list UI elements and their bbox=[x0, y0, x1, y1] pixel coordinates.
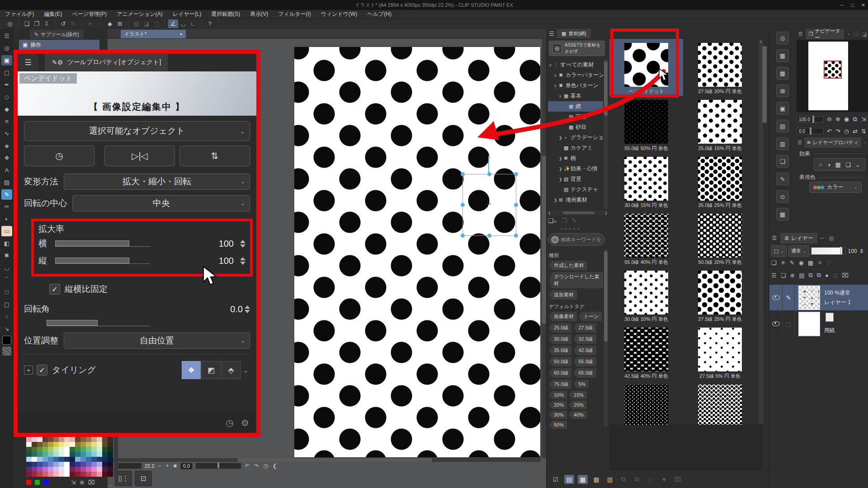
material-thumbnail[interactable] bbox=[698, 271, 742, 314]
folder-all-materials-icon[interactable]: ▦ bbox=[776, 49, 789, 62]
subtool-item-operate[interactable]: ▣ 操作 bbox=[19, 40, 99, 50]
blend-tool-icon[interactable]: ◧ bbox=[1, 238, 12, 249]
grid-view-icon[interactable]: ▦ bbox=[578, 475, 588, 484]
rotation-angle-field[interactable]: 0.0 bbox=[180, 463, 193, 469]
rotation-angle-value[interactable]: 0.0 bbox=[230, 304, 243, 314]
color-swatch[interactable] bbox=[37, 442, 42, 447]
color-swatch[interactable] bbox=[97, 457, 102, 462]
color-swatch[interactable] bbox=[59, 457, 64, 462]
color-swatch[interactable] bbox=[91, 472, 97, 477]
animation-tab-icon[interactable]: ▦ bbox=[827, 235, 835, 241]
menu-3[interactable]: アニメーション(A) bbox=[112, 10, 168, 18]
color-swatch[interactable] bbox=[80, 437, 86, 442]
color-swatch[interactable] bbox=[86, 437, 91, 442]
default-tag-9[interactable]: 55.0線 bbox=[573, 357, 596, 366]
color-swatch[interactable] bbox=[42, 442, 48, 447]
clip-at-layer-icon[interactable]: ❏ bbox=[771, 259, 777, 266]
reset-rotation-icon[interactable]: ◷ bbox=[842, 128, 851, 135]
menu-6[interactable]: 表示(V) bbox=[245, 10, 273, 18]
delete-color-icon[interactable]: ⌧ bbox=[88, 479, 95, 486]
color-swatch[interactable] bbox=[86, 472, 91, 477]
ruler-range-icon[interactable]: ▽ bbox=[826, 259, 831, 266]
selection-handle[interactable] bbox=[487, 172, 491, 176]
folder-patterns-icon[interactable]: ▦ bbox=[776, 67, 789, 80]
visibility-eye-icon[interactable] bbox=[769, 294, 782, 302]
color-swatch[interactable] bbox=[97, 437, 102, 442]
color-swatch[interactable] bbox=[75, 437, 80, 442]
menu-1[interactable]: 編集(E) bbox=[39, 10, 67, 18]
new-raster-layer-icon[interactable]: ❏ bbox=[781, 272, 786, 279]
material-item-12[interactable] bbox=[609, 380, 683, 425]
snap-ruler-icon[interactable]: ∠ bbox=[168, 19, 178, 28]
folder-basic-icon[interactable]: ▣ bbox=[776, 102, 789, 115]
favorite-icon[interactable]: ♥ bbox=[659, 475, 669, 484]
color-swatch[interactable] bbox=[86, 447, 91, 452]
color-swatch[interactable] bbox=[32, 457, 37, 462]
color-swatch[interactable] bbox=[32, 447, 37, 452]
deselect-icon[interactable]: ▫ bbox=[95, 19, 105, 28]
menu-2[interactable]: ページ管理(P) bbox=[67, 10, 112, 18]
add-color-icon[interactable]: ⊕ bbox=[80, 479, 85, 486]
rotation-angle-slider[interactable] bbox=[47, 320, 151, 326]
color-swatch[interactable] bbox=[64, 442, 70, 447]
blue-swatch[interactable] bbox=[43, 480, 48, 485]
material-tab[interactable]: ▦ 素材[網] bbox=[557, 29, 591, 38]
navigator-zoom-slider[interactable]: 100.0 bbox=[797, 116, 824, 122]
color-swatch[interactable] bbox=[86, 467, 91, 472]
zoom-tool-icon[interactable]: ◎ bbox=[1, 43, 12, 53]
color-swatch[interactable] bbox=[42, 467, 48, 472]
default-tag-2[interactable]: 25.0線 bbox=[549, 323, 571, 333]
material-thumbnail[interactable] bbox=[698, 214, 742, 258]
toolbar-menu-icon[interactable]: ☰ bbox=[1, 31, 12, 41]
color-swatch[interactable] bbox=[75, 467, 80, 472]
color-swatch[interactable] bbox=[80, 457, 86, 462]
color-swatch[interactable] bbox=[26, 452, 32, 457]
tree-chevron-icon[interactable]: ❯ bbox=[559, 136, 564, 140]
fit-screen-icon[interactable]: ⇲ bbox=[859, 116, 868, 123]
color-swatch[interactable] bbox=[64, 457, 70, 462]
tone-tab-icon[interactable]: ◔ bbox=[862, 140, 868, 146]
layer-list-menu-icon[interactable]: ☰ bbox=[771, 272, 777, 279]
color-swatch[interactable] bbox=[80, 462, 86, 467]
menu-9[interactable]: ヘルプ(H) bbox=[362, 10, 396, 18]
color-swatch[interactable] bbox=[91, 452, 97, 457]
color-swatch[interactable] bbox=[80, 452, 86, 457]
reset-view-icon[interactable]: ◷ bbox=[262, 463, 269, 469]
selection-handle[interactable] bbox=[514, 203, 518, 207]
color-swatch[interactable] bbox=[64, 437, 70, 442]
flip-vertical-icon[interactable]: ⇅ bbox=[859, 128, 868, 135]
color-swatch[interactable] bbox=[48, 472, 53, 477]
canvas-vscrollbar[interactable] bbox=[542, 38, 546, 458]
default-tag-7[interactable]: 42.5線 bbox=[573, 346, 596, 355]
expression-color-dropdown[interactable]: カラー ⌄ bbox=[809, 182, 862, 193]
panel-resize-dots[interactable]: • • • • • bbox=[561, 227, 580, 231]
border-icon[interactable]: ▢ bbox=[151, 19, 161, 28]
default-tag-5[interactable]: 32.5線 bbox=[573, 334, 596, 344]
default-tag-11[interactable]: 65.0線 bbox=[573, 368, 596, 378]
rotate-right-icon[interactable]: ↷ bbox=[834, 128, 842, 135]
material-thumbnail[interactable] bbox=[624, 271, 668, 314]
tiling-repeat-icon[interactable]: ❖ bbox=[182, 361, 201, 379]
layer-row-layer1[interactable]: ✎ 100 %通常 レイヤー 1 bbox=[769, 285, 868, 310]
color-swatch[interactable] bbox=[102, 457, 108, 462]
rotate-left-icon[interactable]: ↶ bbox=[244, 463, 250, 469]
marquee-tool-icon[interactable]: ▢ bbox=[1, 299, 12, 310]
color-swatch[interactable] bbox=[32, 467, 37, 472]
default-tag-13[interactable]: 5% bbox=[573, 380, 589, 388]
color-swatch[interactable] bbox=[53, 467, 59, 472]
color-swatch[interactable] bbox=[53, 447, 59, 452]
color-swatch[interactable] bbox=[32, 472, 37, 477]
color-swatch[interactable] bbox=[64, 467, 70, 472]
default-tag-16[interactable]: 20% bbox=[549, 401, 567, 409]
layer-undo-tab-icon[interactable]: ↩ bbox=[818, 235, 826, 241]
folder-gradient-icon[interactable]: ▤ bbox=[776, 120, 789, 132]
tree-item-6[interactable]: ▩砂目 bbox=[548, 122, 603, 132]
tree-item-2[interactable]: ∨✖単色パターン bbox=[548, 80, 603, 91]
material-thumbnail[interactable] bbox=[624, 214, 668, 258]
color-swatch[interactable] bbox=[108, 462, 113, 467]
decoration-tool-icon[interactable]: ❖ bbox=[1, 153, 12, 163]
material-item-7[interactable]: 50.0線 20% 円 単色 bbox=[683, 210, 757, 267]
color-swatch[interactable] bbox=[102, 437, 108, 442]
color-swatch[interactable] bbox=[70, 472, 75, 477]
scale-v-slider[interactable] bbox=[55, 258, 150, 264]
